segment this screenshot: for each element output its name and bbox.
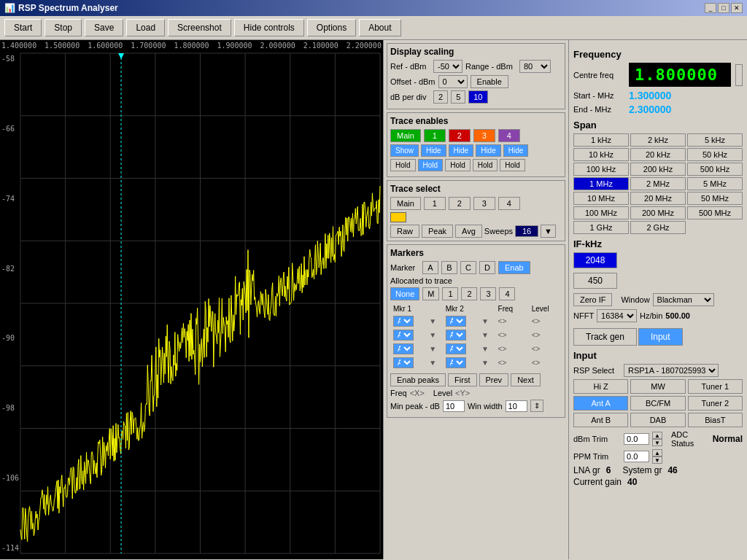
db-per-div-10[interactable]: 10	[468, 90, 487, 104]
first-button[interactable]: First	[448, 373, 476, 386]
sweeps-down[interactable]: ▼	[541, 225, 556, 238]
enable-button[interactable]: Enable	[471, 75, 508, 88]
span-2khz[interactable]: 2 kHz	[630, 133, 686, 147]
bias-t-button[interactable]: BiasT	[688, 413, 743, 427]
trace-main-button[interactable]: Main	[390, 129, 421, 142]
dab-button[interactable]: DAB	[630, 413, 685, 427]
hi-z-button[interactable]: Hi Z	[573, 379, 628, 394]
span-1ghz[interactable]: 1 GHz	[573, 221, 629, 234]
enab-button[interactable]: Enab	[498, 261, 530, 274]
span-500mhz[interactable]: 500 MHz	[687, 206, 743, 219]
about-button[interactable]: About	[359, 19, 400, 36]
nfft-select[interactable]: 16384 8192 4096	[597, 309, 637, 322]
mkr2-select-3[interactable]: A	[446, 343, 466, 354]
span-50khz[interactable]: 50 kHz	[687, 148, 743, 161]
raw-button[interactable]: Raw	[390, 225, 419, 238]
hide-controls-button[interactable]: Hide controls	[234, 19, 304, 36]
hold-3-button[interactable]: Hold	[473, 159, 498, 171]
alloc-3[interactable]: 3	[480, 287, 496, 300]
alloc-m[interactable]: M	[422, 287, 439, 300]
mkr2-select-2[interactable]: A	[446, 330, 466, 341]
trace-select-main[interactable]: Main	[390, 197, 421, 210]
maximize-button[interactable]: □	[718, 3, 729, 13]
dbm-trim-down[interactable]: ▼	[652, 439, 662, 446]
window-select[interactable]: Blackman Hanning Hamming Rectangular	[653, 293, 714, 306]
trace-1-button[interactable]: 1	[424, 129, 446, 142]
span-1khz[interactable]: 1 kHz	[573, 133, 629, 147]
hide-4-button[interactable]: Hide	[503, 144, 529, 157]
span-50mhz[interactable]: 50 MHz	[687, 192, 743, 205]
input-tab[interactable]: Input	[638, 328, 683, 346]
minimize-button[interactable]: _	[705, 3, 716, 13]
span-5khz[interactable]: 5 kHz	[687, 133, 743, 147]
trace-select-2[interactable]: 2	[449, 197, 471, 210]
hide-3-button[interactable]: Hide	[476, 144, 501, 157]
marker-a[interactable]: A	[422, 261, 438, 274]
trace-select-3[interactable]: 3	[473, 197, 495, 210]
dbm-trim-up[interactable]: ▲	[652, 432, 662, 439]
marker-c[interactable]: C	[460, 261, 476, 274]
win-width-btn[interactable]: ⇕	[530, 400, 543, 412]
tuner1-button[interactable]: Tuner 1	[688, 379, 743, 394]
mkr1-select-1[interactable]: A	[393, 316, 414, 327]
dbm-trim-input[interactable]	[624, 433, 649, 445]
trace-4-button[interactable]: 4	[498, 129, 520, 142]
rsp-select[interactable]: RSP1A - 1807025993	[624, 364, 719, 377]
trace-3-button[interactable]: 3	[473, 129, 495, 142]
avg-button[interactable]: Avg	[455, 225, 482, 238]
mkr2-down-1[interactable]: ▼	[481, 317, 489, 325]
mkr2-down-3[interactable]: ▼	[481, 345, 489, 353]
hold-1-button[interactable]: Hold	[418, 159, 444, 171]
mkr1-select-4[interactable]: A	[393, 357, 414, 368]
span-100khz[interactable]: 100 kHz	[573, 163, 629, 176]
alloc-1[interactable]: 1	[442, 287, 458, 300]
db-per-div-2[interactable]: 2	[433, 90, 448, 104]
span-2ghz[interactable]: 2 GHz	[630, 221, 686, 234]
ppm-trim-input[interactable]	[624, 451, 649, 462]
mkr1-select-3[interactable]: A	[393, 343, 414, 354]
span-200khz[interactable]: 200 kHz	[630, 163, 686, 176]
tuner2-button[interactable]: Tuner 2	[688, 396, 743, 411]
sweeps-input[interactable]	[515, 225, 538, 237]
save-button[interactable]: Save	[85, 19, 123, 36]
span-200mhz[interactable]: 200 MHz	[630, 206, 686, 219]
alloc-4[interactable]: 4	[499, 287, 515, 300]
min-peak-input[interactable]	[443, 400, 465, 412]
mkr1-down-4[interactable]: ▼	[429, 359, 436, 367]
span-1mhz[interactable]: 1 MHz	[573, 177, 629, 190]
hold-2-button[interactable]: Hold	[445, 159, 471, 171]
screenshot-button[interactable]: Screenshot	[168, 19, 231, 36]
hide-1-button[interactable]: Hide	[421, 144, 446, 157]
track-gen-tab[interactable]: Track gen	[573, 328, 637, 346]
ant-a-button[interactable]: Ant A	[573, 396, 628, 411]
span-2mhz[interactable]: 2 MHz	[630, 177, 686, 190]
mkr2-select-1[interactable]: A	[446, 316, 466, 327]
load-button[interactable]: Load	[126, 19, 165, 36]
trace-select-1[interactable]: 1	[424, 197, 446, 210]
mkr1-down-1[interactable]: ▼	[429, 317, 436, 325]
marker-b[interactable]: B	[441, 261, 457, 274]
start-button[interactable]: Start	[4, 19, 42, 36]
marker-d[interactable]: D	[479, 261, 495, 274]
mkr2-down-4[interactable]: ▼	[481, 359, 489, 367]
span-100mhz[interactable]: 100 MHz	[573, 206, 629, 219]
span-20khz[interactable]: 20 kHz	[630, 148, 686, 161]
span-10khz[interactable]: 10 kHz	[573, 148, 629, 161]
mkr2-select-4[interactable]: A	[446, 357, 466, 368]
trace-select-4[interactable]: 4	[498, 197, 520, 210]
if-2048-button[interactable]: 2048	[573, 252, 617, 268]
alloc-none[interactable]: None	[390, 287, 419, 300]
offset-dbm-select[interactable]: 010-10	[438, 75, 468, 88]
peak-button[interactable]: Peak	[422, 225, 453, 238]
span-500khz[interactable]: 500 kHz	[687, 163, 743, 176]
hold-main-button[interactable]: Hold	[390, 159, 416, 171]
mkr1-select-2[interactable]: A	[393, 330, 414, 341]
span-10mhz[interactable]: 10 MHz	[573, 192, 629, 205]
mkr1-down-3[interactable]: ▼	[429, 345, 436, 353]
mw-button[interactable]: MW	[630, 379, 685, 394]
zero-if-button[interactable]: Zero IF	[573, 293, 612, 306]
span-20mhz[interactable]: 20 MHz	[630, 192, 686, 205]
db-per-div-5[interactable]: 5	[451, 90, 465, 104]
if-450-button[interactable]: 450	[573, 273, 617, 289]
prev-button[interactable]: Prev	[479, 373, 509, 386]
